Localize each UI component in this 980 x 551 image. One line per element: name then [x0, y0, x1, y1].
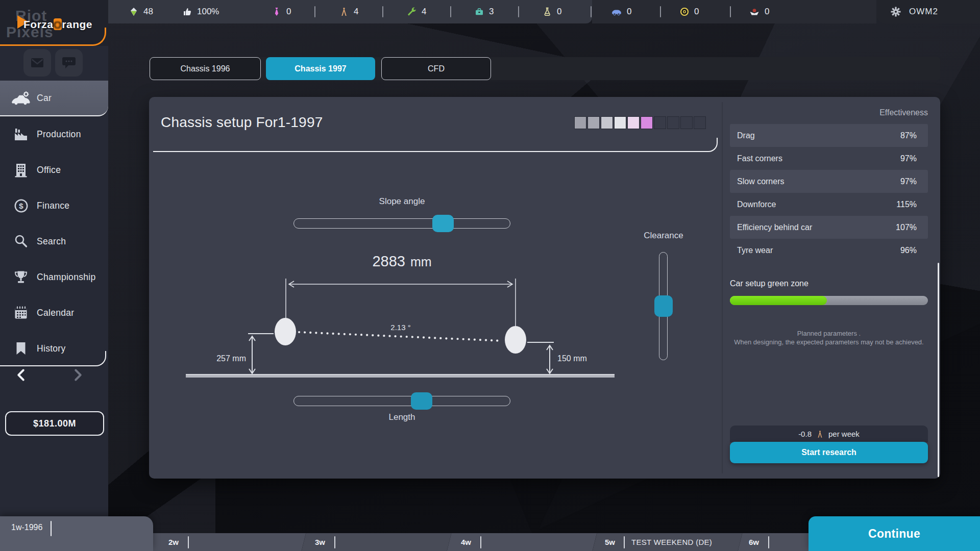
current-week-label: 1w-1996 — [11, 523, 42, 532]
sidebar-item-finance[interactable]: $ Finance — [0, 188, 108, 223]
progress-square — [680, 116, 693, 129]
sidebar-item-car[interactable]: Car — [0, 81, 108, 116]
chat-icon — [62, 56, 76, 69]
week-divider — [334, 536, 335, 548]
resource-value: 0 — [694, 7, 699, 17]
resource-mechanics: 4 — [407, 0, 426, 23]
event-label: TEST WEEKEND (DE) — [631, 533, 712, 551]
progress-square — [574, 116, 586, 129]
tab-chassis-1997[interactable]: Chassis 1997 — [266, 57, 375, 80]
panel-divider — [722, 102, 723, 473]
car-gear-icon — [11, 91, 31, 105]
right-wheel — [505, 326, 526, 354]
car-icon — [611, 8, 622, 16]
stat-label: Downforce — [737, 200, 776, 209]
sidebar-item-office[interactable]: Office — [0, 152, 108, 188]
tab-chassis-1996[interactable]: Chassis 1996 — [150, 57, 261, 80]
chat-button[interactable] — [55, 49, 83, 77]
wrench-icon — [407, 7, 416, 16]
sidebar-item-label: Search — [37, 236, 66, 247]
sidebar-item-label: Car — [37, 93, 52, 104]
progress-square — [627, 116, 640, 129]
compass-icon — [339, 7, 349, 16]
week-divider — [480, 536, 481, 548]
length-slider[interactable] — [293, 396, 510, 406]
trophy-icon — [11, 270, 31, 284]
chevron-right-icon — [72, 368, 84, 382]
sidebar-item-production[interactable]: Production — [0, 116, 108, 152]
page-title: Chassis setup For1-1997 — [161, 114, 323, 131]
slope-angle-slider[interactable] — [293, 218, 510, 229]
green-zone-label: Car setup green zone — [730, 279, 808, 288]
collapse-left-button[interactable] — [15, 368, 36, 385]
stat-label: Slow corners — [737, 177, 784, 186]
effectiveness-row: Efficiency behind car 107% — [730, 216, 928, 239]
panel-scrollbar[interactable] — [938, 263, 939, 477]
profile-name: OWM2 — [909, 7, 938, 17]
slope-angle-slider-thumb[interactable] — [432, 215, 454, 232]
length-slider-thumb[interactable] — [411, 392, 432, 410]
topbar-segment — [592, 0, 876, 23]
search-icon — [11, 234, 31, 248]
money-display[interactable]: $181.00M — [5, 411, 104, 436]
effectiveness-row: Tyre wear 96% — [730, 239, 928, 262]
sidebar-item-championship[interactable]: Championship — [0, 259, 108, 295]
tab-label: Chassis 1997 — [295, 64, 346, 73]
tab-label: Chassis 1996 — [181, 64, 230, 73]
stat-label: Drag — [737, 131, 755, 140]
stat-label: Fast corners — [737, 154, 782, 163]
flask-icon — [543, 7, 552, 16]
title-underline — [153, 138, 718, 152]
clearance-slider[interactable] — [659, 252, 668, 360]
progress-square — [654, 116, 666, 129]
sidebar: Riot Pixels ForzaOrange Car Production O… — [0, 0, 108, 551]
length-label: Length — [293, 412, 510, 422]
stat-value: 115% — [896, 200, 917, 209]
week-label-6w: 6w — [749, 533, 759, 551]
design-progress-indicator — [574, 116, 706, 129]
clearance-label: Clearance — [628, 231, 699, 241]
resource-designers: 4 — [339, 0, 358, 23]
week-divider — [768, 536, 769, 548]
week-divider — [188, 536, 189, 548]
effectiveness-row: Slow corners 97% — [730, 170, 928, 193]
start-research-button[interactable]: Start research — [730, 442, 928, 463]
current-week-panel: 1w-1996 — [0, 516, 153, 551]
continue-button[interactable]: Continue — [808, 516, 980, 551]
sidebar-item-search[interactable]: Search — [0, 223, 108, 259]
sidebar-item-label: Production — [37, 129, 81, 140]
progress-square — [614, 116, 626, 129]
collapse-right-button[interactable] — [72, 368, 93, 385]
tab-cfd[interactable]: CFD — [381, 57, 491, 80]
sidebar-item-label: Calendar — [37, 308, 74, 318]
sidebar-item-label: Finance — [37, 201, 69, 211]
research-cost-value: -0.8 — [798, 430, 812, 438]
left-ride-height-value: 257 — [216, 354, 230, 363]
topbar-divider — [591, 6, 592, 17]
profile-button[interactable]: OWM2 — [890, 0, 938, 23]
left-ride-height-label: 257 mm — [190, 354, 246, 363]
topbar-divider — [660, 6, 661, 17]
sidebar-item-calendar[interactable]: Calendar — [0, 295, 108, 331]
tie-icon — [272, 7, 281, 16]
topbar-divider — [382, 6, 383, 17]
calendar-icon — [11, 306, 31, 320]
right-ride-height-label: 150 mm — [557, 354, 614, 363]
stat-value: 107% — [896, 223, 917, 232]
game-screen: 48 100% 0 4 4 3 0 — [0, 0, 980, 551]
green-zone-bar — [730, 296, 928, 305]
progress-square — [641, 116, 653, 129]
topbar-divider — [314, 6, 315, 17]
topbar-divider — [730, 6, 731, 17]
current-week-divider — [51, 521, 52, 536]
resource-value: 4 — [354, 7, 358, 17]
progress-square — [601, 116, 613, 129]
stat-label: Efficiency behind car — [737, 223, 812, 232]
note-line-1: Planned parameters . — [730, 329, 928, 338]
gear-icon — [890, 6, 902, 18]
slope-angle-label: Slope angle — [293, 196, 510, 207]
stat-value: 97% — [900, 154, 917, 163]
clearance-slider-thumb[interactable] — [654, 295, 673, 317]
mail-button[interactable] — [23, 49, 51, 77]
progress-square — [694, 116, 706, 129]
